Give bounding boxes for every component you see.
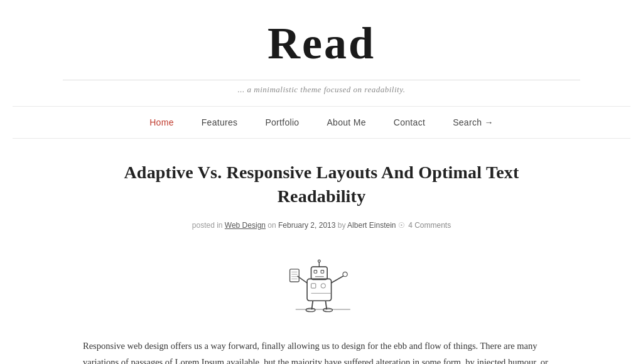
meta-author: Albert Einstein xyxy=(347,221,396,230)
nav-item-search[interactable]: Search → xyxy=(439,107,507,138)
nav-link-about[interactable]: About Me xyxy=(313,107,379,138)
main-content: Adaptive Vs. Responsive Layouts And Opti… xyxy=(70,161,573,364)
header-divider xyxy=(63,80,580,80)
article-image xyxy=(83,247,560,321)
svg-rect-5 xyxy=(321,270,324,274)
meta-prefix: posted in xyxy=(192,221,223,230)
nav-item-contact[interactable]: Contact xyxy=(380,107,439,138)
nav-item-home[interactable]: Home xyxy=(136,107,188,138)
nav-link-home[interactable]: Home xyxy=(136,107,188,138)
svg-point-8 xyxy=(318,260,321,262)
article-meta: posted in Web Design on February 2, 2013… xyxy=(83,220,560,232)
meta-comments: 4 Comments xyxy=(408,221,451,230)
site-tagline: ... a minimalistic theme focused on read… xyxy=(13,83,630,97)
svg-rect-4 xyxy=(314,270,317,274)
article-paragraph: Responsive web design offers us a way fo… xyxy=(83,338,560,364)
svg-rect-21 xyxy=(311,284,316,288)
site-title: Read xyxy=(13,19,630,68)
nav-item-portfolio[interactable]: Portfolio xyxy=(251,107,313,138)
svg-point-22 xyxy=(321,284,325,288)
nav-item-features[interactable]: Features xyxy=(188,107,252,138)
nav-link-portfolio[interactable]: Portfolio xyxy=(251,107,313,138)
nav-link-contact[interactable]: Contact xyxy=(380,107,439,138)
article-title: Adaptive Vs. Responsive Layouts And Opti… xyxy=(83,161,560,208)
blog-article: Adaptive Vs. Responsive Layouts And Opti… xyxy=(83,161,560,364)
nav-list: Home Features Portfolio About Me Contact… xyxy=(13,107,630,138)
svg-line-15 xyxy=(332,276,343,283)
main-navigation: Home Features Portfolio About Me Contact… xyxy=(13,106,630,139)
svg-point-16 xyxy=(343,272,347,277)
nav-item-about[interactable]: About Me xyxy=(313,107,379,138)
article-body: Responsive web design offers us a way fo… xyxy=(83,338,560,364)
svg-rect-10 xyxy=(290,269,300,282)
robot-illustration xyxy=(271,247,372,316)
meta-date: February 2, 2013 xyxy=(278,221,335,230)
meta-category[interactable]: Web Design xyxy=(225,221,266,230)
svg-point-19 xyxy=(306,308,315,312)
meta-by: by xyxy=(338,221,347,230)
nav-link-features[interactable]: Features xyxy=(188,107,252,138)
meta-on: on xyxy=(267,221,278,230)
svg-rect-2 xyxy=(311,267,328,279)
nav-link-search[interactable]: Search → xyxy=(439,107,507,138)
site-header: Read ... a minimalistic theme focused on… xyxy=(13,0,630,106)
meta-comment-icon: ☉ xyxy=(398,221,407,230)
svg-rect-1 xyxy=(307,279,331,301)
svg-point-20 xyxy=(323,308,333,312)
